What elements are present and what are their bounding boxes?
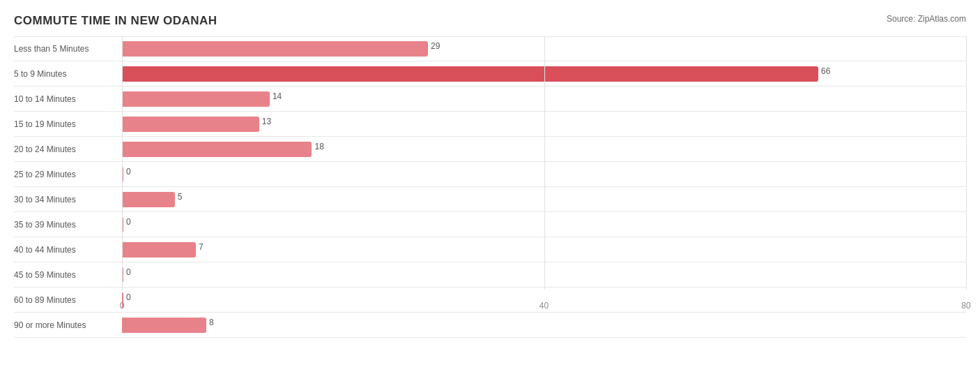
bar-track: 29 (122, 37, 966, 61)
bar-fill: 8 (122, 318, 206, 333)
bar-row: 90 or more Minutes8 (14, 313, 966, 338)
bar-value-label: 7 (199, 242, 204, 252)
bar-fill: 29 (122, 41, 428, 57)
bar-label: Less than 5 Minutes (14, 44, 122, 54)
chart-area: Less than 5 Minutes295 to 9 Minutes6610 … (14, 36, 966, 311)
chart-title: COMMUTE TIME IN NEW ODANAH (14, 14, 217, 28)
bar-value-label: 0 (126, 167, 131, 177)
bar-label: 45 to 59 Minutes (14, 270, 122, 280)
bar-label: 35 to 39 Minutes (14, 220, 122, 230)
bar-fill: 0 (122, 217, 123, 232)
x-axis-label: 0 (120, 301, 125, 311)
bar-label: 20 to 24 Minutes (14, 144, 122, 154)
bar-value-label: 0 (126, 217, 131, 227)
bar-row: 45 to 59 Minutes0 (14, 262, 966, 288)
bar-fill: 0 (122, 267, 123, 283)
bar-track: 0 (122, 212, 966, 237)
bar-track: 8 (122, 313, 966, 337)
bar-track: 13 (122, 112, 966, 136)
bar-value-label: 13 (262, 117, 271, 126)
bar-label: 25 to 29 Minutes (14, 170, 122, 179)
bar-label: 15 to 19 Minutes (14, 119, 122, 129)
chart-source: Source: ZipAtlas.com (887, 14, 966, 24)
bar-fill: 0 (122, 167, 123, 182)
bar-row: 40 to 44 Minutes7 (14, 237, 966, 262)
bar-track: 7 (122, 237, 966, 262)
bar-label: 10 to 14 Minutes (14, 94, 122, 104)
bar-value-label: 29 (431, 41, 440, 51)
x-axis: 04080 (122, 293, 966, 311)
chart-container: COMMUTE TIME IN NEW ODANAH Source: ZipAt… (0, 0, 980, 365)
bar-value-label: 14 (273, 91, 282, 101)
bar-fill: 18 (122, 142, 312, 157)
bar-value-label: 8 (209, 318, 214, 327)
bar-track: 14 (122, 87, 966, 111)
bar-track: 18 (122, 137, 966, 161)
bars-section: Less than 5 Minutes295 to 9 Minutes6610 … (14, 36, 966, 290)
bar-label: 40 to 44 Minutes (14, 245, 122, 255)
x-axis-label: 80 (961, 301, 970, 311)
bar-value-label: 5 (178, 192, 183, 202)
bar-track: 5 (122, 187, 966, 211)
grid-line (966, 36, 967, 290)
bar-fill: 7 (122, 242, 196, 258)
bar-row: 15 to 19 Minutes13 (14, 112, 966, 137)
bar-track: 0 (122, 262, 966, 287)
bar-row: 35 to 39 Minutes0 (14, 212, 966, 237)
bar-track: 66 (122, 61, 966, 86)
bar-row: 10 to 14 Minutes14 (14, 87, 966, 112)
bar-label: 30 to 34 Minutes (14, 195, 122, 204)
bar-fill: 14 (122, 91, 270, 107)
x-axis-label: 40 (539, 301, 549, 311)
bar-row: 30 to 34 Minutes5 (14, 187, 966, 212)
bar-label: 5 to 9 Minutes (14, 69, 122, 79)
bar-row: 25 to 29 Minutes0 (14, 162, 966, 187)
bar-row: 20 to 24 Minutes18 (14, 137, 966, 162)
bar-label: 90 or more Minutes (14, 320, 122, 330)
bar-fill: 13 (122, 117, 259, 132)
bar-track: 0 (122, 162, 966, 186)
bar-fill: 66 (122, 66, 818, 82)
bar-value-label: 18 (314, 142, 323, 151)
bar-label: 60 to 89 Minutes (14, 295, 122, 305)
bar-fill: 5 (122, 192, 175, 207)
bar-row: Less than 5 Minutes29 (14, 36, 966, 61)
chart-header: COMMUTE TIME IN NEW ODANAH Source: ZipAt… (14, 14, 966, 28)
bar-value-label: 0 (126, 267, 131, 277)
bar-row: 5 to 9 Minutes66 (14, 61, 966, 87)
bar-value-label: 66 (821, 66, 830, 76)
